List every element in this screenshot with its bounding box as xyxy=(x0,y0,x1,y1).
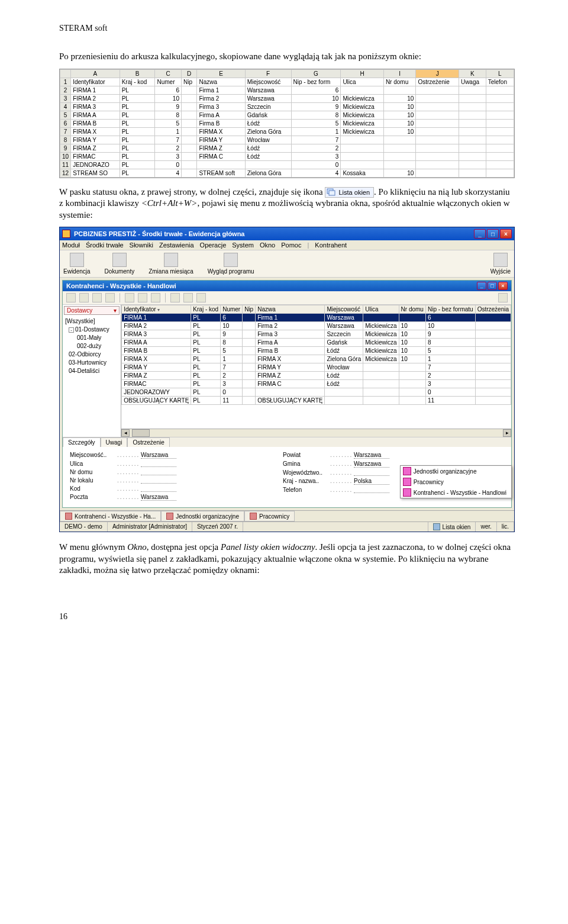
row-number[interactable]: 4 xyxy=(60,102,71,111)
sheet-cell[interactable]: Warszawa xyxy=(245,94,291,102)
sheet-cell[interactable] xyxy=(383,136,416,144)
grid-cell[interactable] xyxy=(399,388,425,397)
grid-cell[interactable]: 10 xyxy=(221,322,243,330)
grid-cell[interactable]: 0 xyxy=(221,388,243,397)
grid-cell[interactable] xyxy=(399,314,425,322)
sheet-cell[interactable]: 1 xyxy=(291,127,341,136)
sheet-cell[interactable]: PL xyxy=(120,86,155,94)
scroll-thumb[interactable] xyxy=(132,429,150,437)
grid-cell[interactable]: Firma B xyxy=(256,347,325,355)
grid-cell[interactable]: FIRMA Y xyxy=(256,363,325,372)
sheet-cell[interactable] xyxy=(416,144,459,152)
grid-cell[interactable] xyxy=(399,380,425,388)
sheet-cell[interactable]: Firma A xyxy=(197,111,245,119)
table-row[interactable]: FIRMA BPL5Firma BŁódźMickiewicza105 xyxy=(122,347,511,355)
sheet-cell[interactable] xyxy=(459,169,486,177)
grid-cell[interactable] xyxy=(475,363,511,372)
tree-node[interactable]: -01-Dostawcy xyxy=(64,326,120,334)
sheet-cell[interactable]: PL xyxy=(120,94,155,102)
grid-cell[interactable]: 10 xyxy=(425,322,475,330)
grid-cell[interactable]: FIRMA Z xyxy=(256,372,325,380)
menu-item[interactable]: Operacje xyxy=(200,242,227,249)
sheet-cell[interactable]: FIRMA 1 xyxy=(71,86,120,94)
sheet-cell[interactable]: FIRMA 2 xyxy=(71,94,120,102)
sheet-cell[interactable]: 4 xyxy=(155,169,181,177)
sheet-cell[interactable] xyxy=(181,86,196,94)
grid-cell[interactable] xyxy=(243,388,256,397)
menubar[interactable]: ModułŚrodki trwałeSłownikiZestawieniaOpe… xyxy=(60,240,514,250)
sheet-cell[interactable] xyxy=(181,144,196,152)
sheet-cell[interactable] xyxy=(459,86,486,94)
sheet-cell[interactable] xyxy=(416,127,459,136)
grid-cell[interactable]: 2 xyxy=(425,372,475,380)
sheet-cell[interactable]: FIRMA 3 xyxy=(71,102,120,111)
grid-cell[interactable]: Warszawa xyxy=(325,314,363,322)
toolbar-icon[interactable] xyxy=(66,293,76,302)
sheet-cell[interactable]: FIRMA Z xyxy=(71,144,120,152)
column-letter[interactable]: K xyxy=(459,69,486,78)
sheet-cell[interactable] xyxy=(416,119,459,127)
taskbar-item[interactable]: Kontrahenci - Wszystkie - Ha... xyxy=(60,511,161,521)
sheet-cell[interactable]: PL xyxy=(120,152,155,160)
table-row[interactable]: FIRMA 3PL9Firma 3SzczecinMickiewicza109 xyxy=(122,330,511,339)
sheet-cell[interactable] xyxy=(181,127,196,136)
sheet-cell[interactable]: PL xyxy=(120,127,155,136)
scroll-left-icon[interactable]: ◂ xyxy=(121,429,130,437)
grid-cell[interactable]: PL xyxy=(191,363,221,372)
sheet-cell[interactable]: 3 xyxy=(291,152,341,160)
grid-cell[interactable] xyxy=(475,322,511,330)
grid-cell[interactable] xyxy=(475,380,511,388)
tree-node[interactable]: 03-Hurtownicy xyxy=(64,359,120,367)
tree-node[interactable]: [Wszystkie] xyxy=(64,317,120,326)
window-list-popup[interactable]: Jednostki organizacyjnePracownicyKontrah… xyxy=(400,465,512,498)
grid-cell[interactable]: 10 xyxy=(399,330,425,339)
sheet-cell[interactable]: 7 xyxy=(291,136,341,144)
sheet-cell[interactable] xyxy=(486,127,514,136)
sheet-cell[interactable]: 2 xyxy=(155,144,181,152)
grid-cell[interactable] xyxy=(243,347,256,355)
grid-cell[interactable]: 3 xyxy=(425,380,475,388)
grid-cell[interactable]: PL xyxy=(191,355,221,363)
sheet-cell[interactable]: 10 xyxy=(383,94,416,102)
sheet-cell[interactable] xyxy=(341,160,384,169)
sheet-cell[interactable] xyxy=(486,169,514,177)
grid-cell[interactable]: Firma 2 xyxy=(256,322,325,330)
grid-cell[interactable] xyxy=(243,397,256,405)
menu-item[interactable]: Zestawienia xyxy=(159,242,194,249)
grid-column-header[interactable]: Numer xyxy=(221,305,243,314)
row-number[interactable]: 11 xyxy=(60,160,71,169)
sheet-cell[interactable] xyxy=(383,86,416,94)
tree-node[interactable]: 001-Mały xyxy=(64,334,120,342)
toolbar-icon[interactable] xyxy=(196,293,206,302)
grid-cell[interactable]: FIRMA X xyxy=(122,355,191,363)
sheet-cell[interactable]: 9 xyxy=(155,102,181,111)
sheet-cell[interactable]: Firma 2 xyxy=(197,94,245,102)
grid-column-header[interactable]: Nip - bez formatu xyxy=(425,305,475,314)
toolbar-button[interactable]: Dokumenty xyxy=(105,253,135,275)
table-row[interactable]: FIRMA 2PL10Firma 2WarszawaMickiewicza101… xyxy=(122,322,511,330)
row-number[interactable]: 8 xyxy=(60,136,71,144)
row-number[interactable]: 10 xyxy=(60,152,71,160)
grid-cell[interactable]: 10 xyxy=(399,339,425,347)
sheet-cell[interactable] xyxy=(245,160,291,169)
sheet-cell[interactable] xyxy=(459,144,486,152)
grid-cell[interactable]: 9 xyxy=(221,330,243,339)
toolbar-button[interactable]: Wygląd programu xyxy=(208,253,254,275)
grid-cell[interactable]: 10 xyxy=(399,355,425,363)
table-row[interactable]: FIRMACPL3FIRMA CŁódź3 xyxy=(122,380,511,388)
grid-column-header[interactable]: Ulica xyxy=(363,305,399,314)
row-number[interactable]: 9 xyxy=(60,144,71,152)
sheet-cell[interactable]: Mickiewicza xyxy=(341,119,384,127)
expand-toggle-icon[interactable]: - xyxy=(69,327,74,333)
sheet-cell[interactable] xyxy=(181,102,196,111)
sheet-cell[interactable]: 6 xyxy=(155,86,181,94)
grid-cell[interactable]: 6 xyxy=(425,314,475,322)
sheet-cell[interactable] xyxy=(416,136,459,144)
sheet-cell[interactable] xyxy=(383,144,416,152)
grid-cell[interactable]: Szczecin xyxy=(325,330,363,339)
grid-cell[interactable]: PL xyxy=(191,322,221,330)
sheet-cell[interactable] xyxy=(459,94,486,102)
detail-tabs[interactable]: SzczegółyUwagiOstrzeżenie xyxy=(63,437,511,447)
grid-cell[interactable]: Zielona Góra xyxy=(325,355,363,363)
grid-cell[interactable] xyxy=(363,314,399,322)
